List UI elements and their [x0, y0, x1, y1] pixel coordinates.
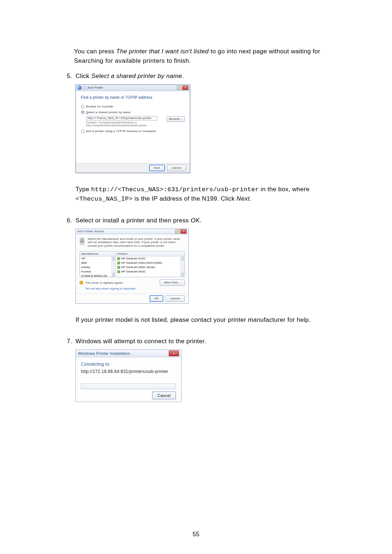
manufacturer-list[interactable]: HP IBM infotec Konica KONICA MINOLTA — [80, 257, 115, 277]
printer-icon: 🖶 — [79, 237, 85, 245]
close-icon[interactable]: × — [183, 86, 188, 90]
intro-em: The printer that I want isn't listed — [116, 48, 209, 55]
radio-browse-label: Browse for a printer — [86, 104, 114, 109]
step7-text: Windows will attempt to connect to the p… — [75, 337, 331, 346]
ok-em: OK — [191, 217, 200, 224]
shield-icon — [79, 281, 83, 284]
signed-text: This driver is digitally signed. — [85, 281, 123, 285]
printer-icon — [83, 86, 86, 89]
list-item[interactable]: HP DeskJet 662C — [116, 270, 184, 274]
wizard-heading: Find a printer by name or TCP/IP address — [81, 95, 185, 100]
next-button[interactable]: Next — [149, 165, 165, 171]
intro-pre: You can press — [74, 48, 116, 55]
list-item[interactable]: HP DeskJet 612C — [116, 257, 184, 261]
window-titlebar: Add Printer Wizard ? × — [76, 229, 188, 234]
printer-icon — [117, 262, 120, 264]
next-em: Next — [237, 195, 250, 202]
list-item[interactable]: Konica — [80, 270, 115, 274]
window-title: Windows Printer Installation — [78, 350, 130, 357]
help-icon[interactable]: ? — [175, 229, 181, 234]
printer-url-value: http://<Thecus_NAS_IP>:631/printers/usb-… — [87, 116, 152, 120]
printers-list[interactable]: HP DeskJet 612C HP DeskJet 640C/642C/648… — [116, 257, 184, 277]
step5-number: 5. — [67, 71, 75, 210]
example-text: Example: \\computername\printername or h… — [86, 121, 185, 127]
step5-text: Click Select a shared printer by name. — [75, 71, 331, 81]
progress-bar — [81, 383, 176, 389]
radio-icon — [81, 105, 85, 108]
radio-tcpip-label: Add a printer using a TCP/IP address or … — [86, 129, 156, 134]
list-item[interactable]: IBM — [80, 261, 115, 265]
printers-header: Printers — [116, 251, 184, 257]
printer-url-input[interactable]: http://<Thecus_NAS_IP>:631/printers/usb-… — [86, 116, 157, 120]
list-item[interactable]: HP DeskJet 640C/642C/648C — [116, 261, 184, 265]
list-item[interactable]: HP — [80, 257, 115, 261]
list-item[interactable]: HP DeskJet 6500 Series — [116, 265, 184, 270]
connecting-label: Connecting to — [81, 361, 176, 368]
step7-number: 7. — [67, 337, 75, 410]
have-disk-button[interactable]: Have Disk... — [160, 279, 185, 286]
url-code: http://<Thecus_NAS>:631/printers/usb-pri… — [91, 186, 259, 193]
driver-dialog: Add Printer Wizard ? × 🖶 Select the manu… — [75, 229, 189, 304]
driver-lists: Manufacturer HP IBM infotec Konica KONIC… — [79, 251, 185, 277]
cancel-button[interactable]: Cancel — [167, 165, 186, 171]
radio-icon — [81, 130, 85, 133]
step5-followup: Type http://<Thecus_NAS>:631/printers/us… — [75, 185, 331, 204]
radio-select-shared[interactable]: SSelect a shared printer by nameelect a … — [81, 110, 185, 115]
intro-post2: to finish. — [165, 57, 191, 64]
radio-icon — [81, 111, 85, 114]
driver-instructions: Select the manufacturer and model of you… — [87, 237, 185, 247]
intro-post1: to go into next page without waiting for — [209, 48, 320, 55]
window-title: Add Printer — [87, 86, 103, 90]
scrollbar[interactable] — [111, 257, 115, 277]
window-titlebar: ← Add Printer ? × — [76, 85, 190, 91]
connecting-dialog: Windows Printer Installation × Connectin… — [75, 349, 181, 402]
printer-icon — [117, 257, 120, 260]
page-number: 55 — [0, 531, 392, 538]
manufacturer-header: Manufacturer — [80, 251, 115, 257]
step6-followup: If your printer model is not listed, ple… — [75, 315, 331, 325]
window-title: Add Printer Wizard — [78, 229, 104, 234]
back-icon[interactable]: ← — [77, 86, 82, 90]
intro-bold: Searching for available printers — [74, 57, 165, 64]
connecting-url: http://172.16.66.64:631/printers/usb-pri… — [81, 368, 176, 375]
cancel-button[interactable]: Cancel — [166, 295, 185, 302]
ip-code: <Thecus_NAS_IP> — [75, 196, 133, 202]
help-icon[interactable]: ? — [177, 86, 183, 90]
printer-icon — [117, 266, 120, 269]
list-item[interactable]: KONICA MINOLTA — [80, 274, 115, 277]
step6-number: 6. — [67, 216, 75, 331]
signing-link[interactable]: Tell me why driver signing is important — [85, 287, 185, 291]
radio-tcpip[interactable]: Add a printer using a TCP/IP address or … — [81, 129, 185, 134]
close-icon[interactable]: × — [181, 229, 187, 234]
radio-select-label: SSelect a shared printer by nameelect a … — [86, 110, 131, 115]
printer-icon — [117, 270, 120, 273]
radio-browse[interactable]: Browse for a printer — [81, 104, 185, 109]
cancel-button[interactable]: Cancel — [152, 391, 176, 399]
intro-paragraph: You can press The printer that I want is… — [74, 47, 331, 65]
step5-em: Select a shared printer by name — [91, 73, 182, 79]
browse-button[interactable]: Browse... — [167, 116, 185, 122]
list-item[interactable]: infotec — [80, 265, 115, 270]
scrollbar[interactable] — [180, 257, 184, 277]
add-printer-window: ← Add Printer ? × Find a printer by name… — [75, 85, 190, 173]
step6-text: Select or install a printer and then pre… — [75, 216, 331, 225]
close-icon[interactable]: × — [169, 350, 179, 356]
ok-button[interactable]: OK — [150, 295, 163, 302]
window-titlebar: Windows Printer Installation × — [76, 350, 181, 357]
